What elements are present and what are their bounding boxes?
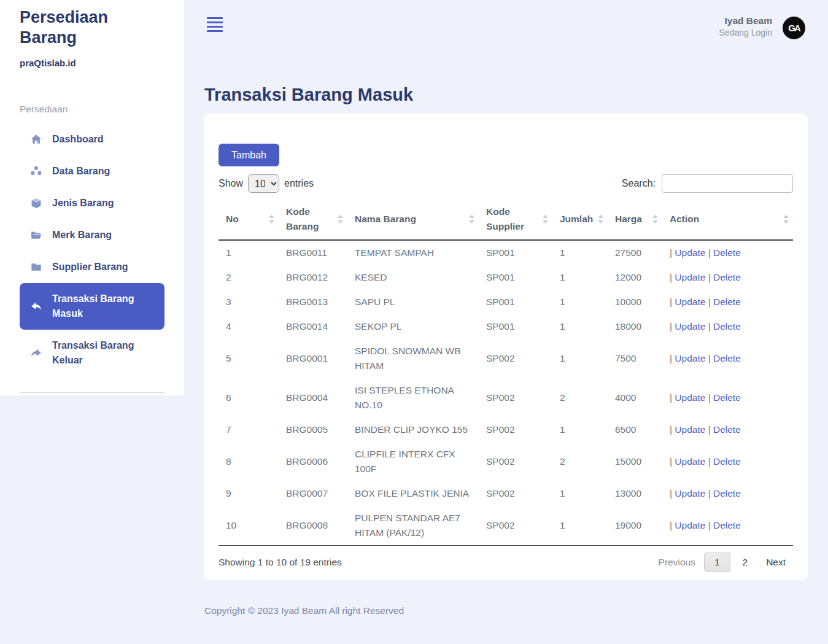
cell-action: | Update | Delete (662, 378, 793, 417)
cell-harga: 4000 (608, 378, 662, 417)
page-length-select[interactable]: 10 (248, 174, 279, 193)
sidebar-item-label: Jenis Barang (52, 196, 114, 211)
cell-action: | Update | Delete (662, 314, 793, 339)
sort-icon (783, 215, 789, 224)
column-header-harga[interactable]: Harga (608, 199, 662, 240)
delete-link[interactable]: Delete (713, 297, 741, 307)
cell-kode-supplier: SP002 (479, 442, 552, 481)
sidebar-item-jenis-barang[interactable]: Jenis Barang (20, 187, 164, 219)
cell-action: | Update | Delete (662, 417, 793, 442)
cell-jumlah: 1 (552, 506, 608, 546)
home-icon (31, 134, 42, 145)
brand-title: Persediaan Barang (20, 7, 136, 48)
column-header-action[interactable]: Action (662, 199, 793, 240)
sidebar-item-data-barang[interactable]: Data Barang (20, 155, 164, 187)
pagination-page-1[interactable]: 1 (704, 553, 730, 572)
sort-icon (652, 215, 658, 224)
brand-subtitle: praQtislab.id (20, 58, 164, 68)
cell-kode-barang: BRG0012 (279, 265, 347, 290)
sort-icon (598, 215, 603, 224)
cell-no: 5 (219, 339, 279, 378)
delete-link[interactable]: Delete (713, 424, 741, 435)
delete-link[interactable]: Delete (713, 272, 741, 282)
share-arrow-icon (31, 347, 42, 359)
sidebar-item-supplier-barang[interactable]: Supplier Barang (20, 251, 164, 283)
cell-no: 8 (219, 442, 279, 481)
update-link[interactable]: Update (675, 488, 705, 499)
update-link[interactable]: Update (675, 520, 705, 530)
cell-harga: 13000 (608, 481, 662, 506)
table-row: 9BRG0007BOX FILE PLASTIK JENIASP00211300… (219, 481, 793, 506)
cell-no: 1 (219, 240, 279, 265)
update-link[interactable]: Update (675, 321, 705, 332)
update-link[interactable]: Update (675, 353, 705, 363)
cell-kode-supplier: SP001 (479, 290, 552, 314)
search-input[interactable] (662, 174, 793, 193)
sidebar-item-transaksi-barang-masuk[interactable]: Transaksi Barang Masuk (20, 283, 164, 330)
cell-harga: 18000 (608, 314, 662, 339)
cell-nama-barang: SAPU PL (347, 290, 479, 314)
column-header-kode-barang[interactable]: Kode Barang (279, 199, 347, 240)
delete-link[interactable]: Delete (713, 520, 741, 530)
pagination-next-button[interactable]: Next (759, 553, 793, 572)
cell-jumlah: 1 (552, 290, 608, 314)
column-header-jumlah[interactable]: Jumlah (552, 199, 608, 240)
tambah-button[interactable]: Tambah (219, 144, 279, 166)
user-status: Sedang Login (719, 27, 772, 39)
table-row: 4BRG0014SEKOP PLSP001118000| Update | De… (219, 314, 793, 339)
update-link[interactable]: Update (675, 247, 705, 258)
table-card: Tambah Show 10 entries Search: NoKode Ba… (204, 114, 808, 580)
sidebar-item-transaksi-barang-keluar[interactable]: Transaksi Barang Keluar (20, 330, 164, 376)
hamburger-menu-icon[interactable] (207, 17, 223, 32)
table-info: Showing 1 to 10 of 19 entries (219, 557, 342, 568)
cell-nama-barang: PULPEN STANDAR AE7 HITAM (PAK/12) (347, 506, 479, 546)
cell-jumlah: 1 (552, 417, 608, 442)
column-header-no[interactable]: No (219, 199, 279, 240)
update-link[interactable]: Update (675, 272, 705, 282)
cell-jumlah: 1 (552, 339, 608, 378)
delete-link[interactable]: Delete (713, 456, 741, 467)
delete-link[interactable]: Delete (713, 392, 741, 403)
delete-link[interactable]: Delete (713, 321, 741, 332)
column-header-kode-supplier[interactable]: Kode Supplier (479, 199, 552, 240)
cell-kode-supplier: SP001 (479, 314, 552, 339)
update-link[interactable]: Update (675, 392, 705, 403)
show-label: Show (219, 178, 243, 189)
cell-kode-barang: BRG0006 (279, 442, 347, 481)
sort-icon (469, 215, 474, 224)
cell-jumlah: 1 (552, 240, 608, 265)
table-row: 10BRG0008PULPEN STANDAR AE7 HITAM (PAK/1… (219, 506, 793, 546)
delete-link[interactable]: Delete (713, 247, 741, 258)
cell-no: 10 (219, 506, 279, 546)
sidebar: Persediaan Barang praQtislab.id Persedia… (0, 0, 184, 395)
delete-link[interactable]: Delete (713, 353, 741, 363)
delete-link[interactable]: Delete (713, 488, 741, 499)
cell-no: 6 (219, 378, 279, 417)
column-header-nama-barang[interactable]: Nama Barang (347, 199, 479, 240)
search-control: Search: (622, 174, 793, 193)
pagination-previous-button[interactable]: Previous (651, 553, 703, 572)
cell-action: | Update | Delete (662, 290, 793, 314)
avatar[interactable]: GA (783, 17, 805, 39)
update-link[interactable]: Update (675, 456, 705, 467)
pagination-page-2[interactable]: 2 (733, 553, 758, 571)
cell-action: | Update | Delete (662, 240, 793, 265)
cell-kode-supplier: SP002 (479, 417, 552, 442)
cell-jumlah: 2 (552, 442, 608, 481)
cell-kode-supplier: SP002 (479, 481, 552, 506)
pagination-pages: 12 (703, 557, 759, 568)
cell-nama-barang: BOX FILE PLASTIK JENIA (347, 481, 479, 506)
cell-harga: 15000 (608, 442, 662, 481)
update-link[interactable]: Update (675, 424, 705, 435)
sidebar-item-label: Merk Barang (52, 228, 112, 242)
topbar: Iyad Beam Sedang Login GA (204, 0, 808, 56)
cell-kode-supplier: SP001 (479, 240, 552, 265)
cell-nama-barang: BINDER CLIP JOYKO 155 (347, 417, 479, 442)
search-label: Search: (622, 178, 656, 189)
sidebar-item-merk-barang[interactable]: Merk Barang (20, 219, 164, 251)
sidebar-item-label: Supplier Barang (52, 260, 128, 274)
table-header-row: NoKode BarangNama BarangKode SupplierJum… (219, 199, 793, 240)
update-link[interactable]: Update (675, 297, 705, 307)
cell-jumlah: 2 (552, 378, 608, 417)
sidebar-item-dashboard[interactable]: Dashboard (20, 123, 164, 155)
